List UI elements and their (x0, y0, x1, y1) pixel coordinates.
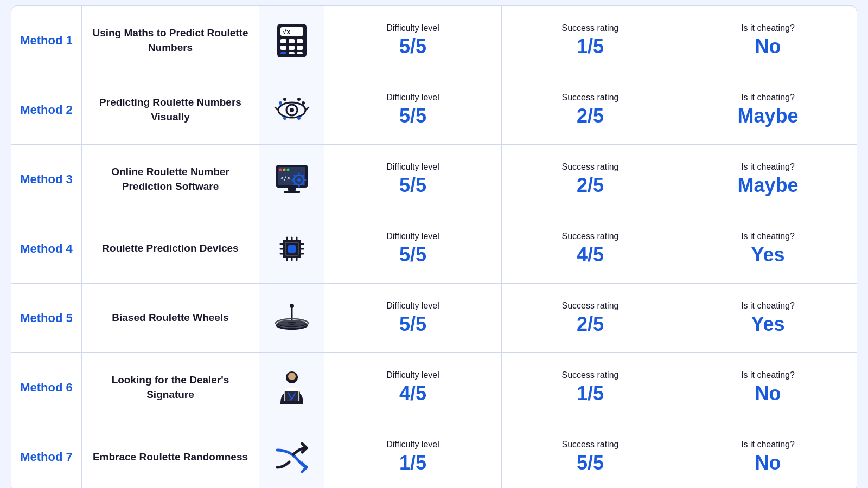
svg-point-69 (288, 373, 296, 380)
method-name-cell: Roulette Prediction Devices (82, 214, 259, 283)
method-label-cell: Method 4 (11, 214, 82, 283)
success-label: Success rating (562, 301, 619, 311)
eye-icon (272, 91, 311, 130)
method-label-cell: Method 7 (11, 422, 82, 488)
svg-line-38 (294, 183, 295, 184)
difficulty-cell: Difficulty level 4/5 (324, 353, 502, 422)
icon-cell (259, 284, 324, 352)
cheating-value: Yes (751, 313, 784, 336)
cheating-value: No (755, 35, 781, 58)
method-name: Predicting Roulette Numbers Visually (88, 95, 252, 124)
methods-table: Method 1 Using Maths to Predict Roulette… (11, 5, 857, 488)
success-value: 2/5 (577, 313, 604, 336)
shuffle-icon (272, 438, 311, 477)
icon-cell: √x (259, 6, 324, 75)
method-name: Roulette Prediction Devices (102, 241, 238, 256)
cheating-cell: Is it cheating? No (679, 6, 857, 75)
cheating-value: Maybe (737, 174, 798, 197)
method-name-cell: Looking for the Dealer's Signature (82, 353, 259, 422)
svg-line-36 (302, 183, 303, 184)
difficulty-cell: Difficulty level 5/5 (324, 75, 502, 144)
method-name: Looking for the Dealer's Signature (88, 373, 252, 402)
method-label: Method 3 (20, 172, 73, 187)
svg-point-16 (283, 98, 286, 101)
method-name: Biased Roulette Wheels (112, 311, 228, 325)
svg-point-27 (286, 168, 289, 171)
difficulty-cell: Difficulty level 1/5 (324, 422, 502, 488)
method-label: Method 2 (20, 103, 73, 117)
method-name-cell: Using Maths to Predict Roulette Numbers (82, 6, 259, 75)
cheating-cell: Is it cheating? Yes (679, 214, 857, 283)
difficulty-cell: Difficulty level 5/5 (324, 6, 502, 75)
difficulty-label: Difficulty level (386, 162, 439, 172)
method-name: Online Roulette Number Prediction Softwa… (88, 165, 252, 194)
cheating-value: Maybe (737, 105, 798, 127)
svg-point-19 (283, 117, 286, 120)
icon-cell (259, 75, 324, 144)
method-label-cell: Method 2 (11, 75, 82, 144)
method-label: Method 5 (20, 311, 73, 325)
difficulty-cell: Difficulty level 5/5 (324, 214, 502, 283)
icon-cell (259, 422, 324, 488)
success-label: Success rating (562, 440, 619, 450)
success-value: 1/5 (577, 35, 604, 58)
cheating-label: Is it cheating? (741, 93, 795, 102)
svg-point-61 (290, 304, 294, 308)
difficulty-value: 5/5 (399, 105, 426, 127)
cheating-cell: Is it cheating? Yes (679, 284, 857, 352)
success-label: Success rating (562, 370, 619, 380)
cheating-value: Yes (751, 243, 784, 266)
method-label: Method 7 (20, 450, 73, 464)
svg-rect-7 (289, 46, 295, 50)
svg-rect-43 (288, 245, 296, 253)
success-cell: Success rating 4/5 (502, 214, 679, 283)
svg-point-15 (279, 101, 282, 105)
svg-rect-11 (297, 52, 303, 54)
svg-rect-8 (297, 46, 303, 50)
dealer-icon: ♠ (272, 368, 311, 407)
svg-text:♠: ♠ (289, 397, 292, 402)
success-cell: Success rating 5/5 (502, 422, 679, 488)
table-row: Method 4 Roulette Prediction Devices (11, 214, 857, 284)
icon-cell: ♠ (259, 353, 324, 422)
success-label: Success rating (562, 162, 619, 172)
svg-point-18 (297, 98, 301, 101)
method-name-cell: Predicting Roulette Numbers Visually (82, 75, 259, 144)
cheating-cell: Is it cheating? No (679, 353, 857, 422)
method-label-cell: Method 6 (11, 353, 82, 422)
icon-cell (259, 214, 324, 283)
svg-text:</>: </> (280, 175, 290, 181)
success-value: 1/5 (577, 382, 604, 405)
table-row: Method 3 Online Roulette Number Predicti… (11, 145, 857, 214)
wheel-icon (272, 299, 311, 338)
method-label: Method 4 (20, 242, 73, 256)
method-label: Method 1 (20, 34, 73, 48)
cheating-label: Is it cheating? (741, 370, 795, 380)
code-gear-icon: </> (272, 160, 311, 199)
method-name-cell: Biased Roulette Wheels (82, 284, 259, 352)
table-row: Method 1 Using Maths to Predict Roulette… (11, 6, 857, 75)
svg-rect-6 (280, 46, 286, 50)
svg-point-30 (297, 178, 301, 182)
success-value: 5/5 (577, 452, 604, 474)
success-cell: Success rating 2/5 (502, 284, 679, 352)
difficulty-label: Difficulty level (386, 23, 439, 33)
difficulty-value: 5/5 (399, 243, 426, 266)
chip-icon (272, 229, 311, 268)
cheating-cell: Is it cheating? Maybe (679, 75, 857, 144)
svg-rect-4 (289, 39, 295, 43)
svg-text:√x: √x (283, 28, 291, 36)
difficulty-cell: Difficulty level 5/5 (324, 284, 502, 352)
method-label-cell: Method 1 (11, 6, 82, 75)
cheating-label: Is it cheating? (741, 440, 795, 450)
cheating-label: Is it cheating? (741, 301, 795, 311)
cheating-label: Is it cheating? (741, 232, 795, 241)
cheating-value: No (755, 452, 781, 474)
icon-cell: </> (259, 145, 324, 214)
success-label: Success rating (562, 93, 619, 102)
method-label: Method 6 (20, 381, 73, 395)
difficulty-cell: Difficulty level 5/5 (324, 145, 502, 214)
table-row: Method 5 Biased Roulette Wheels Difficul… (11, 284, 857, 353)
success-cell: Success rating 2/5 (502, 145, 679, 214)
method-name-cell: Embrace Roulette Randomness (82, 422, 259, 488)
